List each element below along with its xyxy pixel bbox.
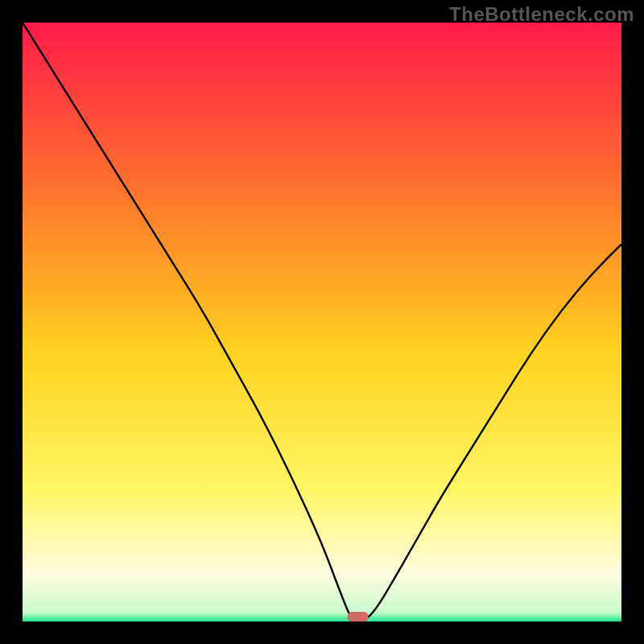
optimal-marker [23, 23, 621, 621]
chart-frame: TheBottleneck.com [0, 0, 644, 644]
plot-area [23, 23, 621, 621]
svg-rect-1 [348, 612, 369, 621]
watermark-text: TheBottleneck.com [449, 3, 634, 26]
